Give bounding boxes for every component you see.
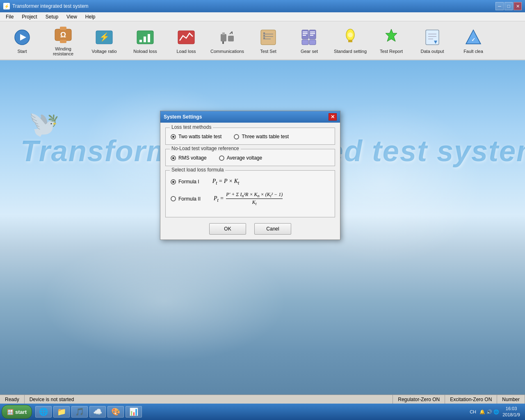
formula-i-label-row[interactable]: Formula I — [171, 179, 199, 185]
window-title: Transformer integrated test system — [12, 3, 89, 9]
test-report-label: Test Report — [380, 49, 403, 54]
taskbar-app-icon[interactable]: 📊 — [126, 406, 142, 418]
three-watts-option[interactable]: Three watts table test — [234, 134, 289, 139]
menu-view[interactable]: View — [62, 13, 81, 21]
toolbar-fault-clea[interactable]: ✓ Fault clea — [453, 22, 494, 59]
data-output-icon — [422, 27, 442, 47]
svg-rect-11 — [148, 34, 150, 42]
average-voltage-option[interactable]: Average voltage — [219, 155, 262, 161]
svg-rect-19 — [261, 30, 276, 45]
toolbar-start[interactable]: Start — [2, 22, 43, 59]
status-number: Number — [497, 395, 525, 404]
windows-orb: 🪟 — [7, 409, 14, 415]
ready-text: Ready — [5, 397, 19, 402]
titlebar-controls: ─ □ ✕ — [495, 2, 522, 10]
toolbar-voltage-ratio[interactable]: ⚡ Voltage ratio — [84, 22, 125, 59]
average-voltage-label: Average voltage — [227, 155, 262, 161]
test-report-icon — [381, 27, 401, 47]
excitation-text: Excitation-Zero ON — [450, 397, 492, 402]
toolbar-standard-setting[interactable]: Standard setting — [330, 22, 371, 59]
toolbar-winding-resistance[interactable]: Ω Winding resistance — [43, 22, 84, 59]
taskbar-ie-icon[interactable]: 🌐 — [35, 406, 52, 418]
maximize-button[interactable]: □ — [504, 2, 513, 10]
formula-ii-math: Pt = P′ + Σ In²R × Kn × (Kt² − 1) Kt — [214, 192, 283, 206]
menu-project[interactable]: Project — [18, 13, 41, 21]
number-text: Number — [502, 397, 520, 402]
svg-text:✓: ✓ — [471, 37, 475, 43]
three-watts-label: Three watts table test — [242, 134, 289, 139]
svg-rect-31 — [310, 32, 315, 32]
toolbar: Start Ω Winding resistance ⚡ Voltage rat… — [0, 21, 525, 60]
rms-voltage-radio[interactable] — [171, 155, 176, 161]
menu-setup[interactable]: Setup — [41, 13, 62, 21]
svg-marker-39 — [386, 29, 397, 41]
two-watts-radio[interactable] — [171, 134, 176, 139]
formula-ii-label-row[interactable]: Formula II — [171, 196, 201, 202]
average-voltage-radio[interactable] — [219, 155, 224, 161]
menu-help[interactable]: Help — [81, 13, 100, 21]
toolbar-communications[interactable]: Communications — [207, 22, 248, 59]
formula-i-label: Formula I — [178, 179, 199, 185]
communications-icon — [217, 27, 237, 47]
taskbar-media-icon[interactable]: 🎵 — [71, 406, 88, 418]
noload-group: No-Load test voltage reference RMS volta… — [165, 149, 335, 166]
gear-set-label: Gear set — [301, 49, 318, 54]
minimize-button[interactable]: ─ — [495, 2, 504, 10]
noload-loss-icon — [135, 27, 155, 47]
toolbar-test-report[interactable]: Test Report — [371, 22, 412, 59]
start-icon — [12, 27, 32, 47]
regulator-text: Regulator-Zero ON — [398, 397, 440, 402]
two-watts-option[interactable]: Two watts table test — [171, 134, 221, 139]
rms-voltage-option[interactable]: RMS voltage — [171, 155, 207, 161]
loss-test-legend: Loss test methods — [170, 124, 213, 130]
svg-rect-34 — [302, 40, 308, 45]
taskbar-weather-icon[interactable]: ☁️ — [89, 406, 106, 418]
toolbar-gear-set[interactable]: Gear set — [289, 22, 330, 59]
three-watts-radio[interactable] — [234, 134, 239, 139]
winding-resistance-label: Winding resistance — [45, 46, 82, 56]
toolbar-noload-loss[interactable]: Noload loss — [125, 22, 166, 59]
toolbar-test-set[interactable]: Test Set — [248, 22, 289, 59]
gear-set-icon — [299, 27, 319, 47]
formula-ii-radio[interactable] — [171, 196, 176, 201]
svg-rect-14 — [222, 32, 225, 35]
taskbar-paint-icon[interactable]: 🎨 — [107, 406, 124, 418]
start-button[interactable]: 🪟 start — [2, 405, 32, 419]
svg-rect-10 — [144, 37, 146, 42]
close-button[interactable]: ✕ — [514, 2, 522, 10]
svg-text:⚡: ⚡ — [99, 32, 110, 42]
svg-rect-33 — [310, 35, 313, 36]
svg-rect-4 — [60, 27, 66, 30]
ok-button[interactable]: OK — [209, 223, 246, 235]
svg-rect-37 — [348, 40, 352, 42]
test-set-icon — [258, 27, 278, 47]
formula-i-option: Formula I Pt = P × Kt — [171, 178, 330, 186]
svg-rect-23 — [263, 32, 265, 34]
load-loss-label: Load loss — [176, 49, 196, 54]
voltage-ratio-label: Voltage ratio — [91, 49, 116, 54]
svg-rect-25 — [263, 37, 265, 39]
taskbar-folder-icon[interactable]: 📁 — [53, 406, 70, 418]
app-icon: ⚡ — [3, 3, 10, 9]
noload-legend: No-Load test voltage reference — [170, 146, 241, 151]
svg-point-38 — [348, 32, 353, 37]
loss-test-options: Two watts table test Three watts table t… — [171, 132, 330, 139]
svg-rect-27 — [303, 32, 308, 32]
two-watts-label: Two watts table test — [178, 134, 221, 139]
menu-file[interactable]: File — [2, 13, 18, 21]
status-ready: Ready — [0, 395, 25, 404]
cancel-button[interactable]: Canel — [254, 223, 291, 235]
formula-i-radio[interactable] — [171, 179, 176, 185]
load-loss-icon — [176, 27, 196, 47]
language-indicator: CH — [470, 409, 476, 414]
formula-i-math: Pt = P × Kt — [212, 178, 240, 186]
modal-close-button[interactable]: ✕ — [329, 113, 337, 121]
glow-3 — [41, 240, 287, 363]
taskbar-right: CH 🔔 🔊 🌐 16:03 2018/1/9 — [470, 406, 523, 418]
svg-text:Ω: Ω — [60, 31, 66, 39]
titlebar-left: ⚡ Transformer integrated test system — [3, 3, 89, 9]
toolbar-load-loss[interactable]: Load loss — [166, 22, 207, 59]
status-device: Device is not started — [25, 395, 393, 404]
modal-buttons: OK Canel — [165, 223, 335, 235]
toolbar-data-output[interactable]: Data output — [412, 22, 453, 59]
